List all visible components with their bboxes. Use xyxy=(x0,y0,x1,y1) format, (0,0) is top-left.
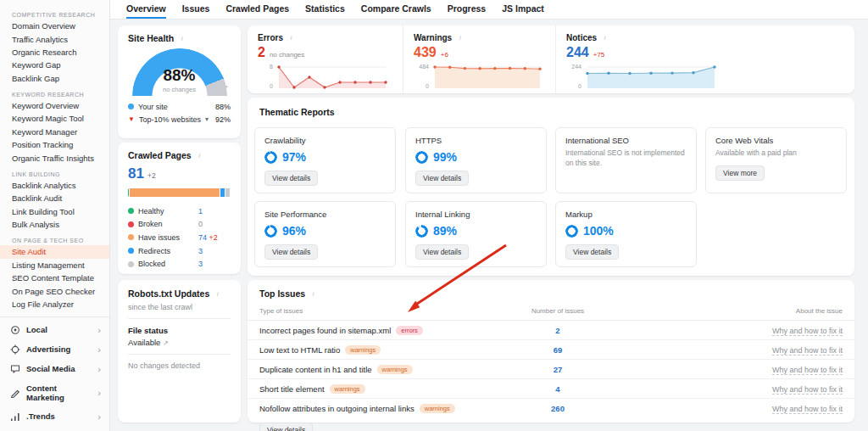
sidebar-item-advertising[interactable]: Advertising › xyxy=(0,339,109,359)
col-type-of-issues: Type of issues xyxy=(259,307,490,315)
why-fix-link[interactable]: Why and how to fix it xyxy=(772,385,843,395)
site-health-card: Site Health i 88% no changes Your site 8… xyxy=(118,25,241,138)
sidebar-item-position-tracking[interactable]: Position Tracking xyxy=(0,138,109,151)
info-icon[interactable]: i xyxy=(178,35,186,42)
chevron-right-icon: › xyxy=(97,364,101,374)
healthy-label: Healthy xyxy=(138,207,164,216)
errors-value: 2 xyxy=(258,45,265,60)
sidebar-item-local[interactable]: Local › xyxy=(0,320,109,339)
sidebar-item-organic-traffic-insights[interactable]: Organic Traffic Insights xyxy=(0,151,109,164)
crawled-pages-title: Crawled Pages xyxy=(128,150,192,160)
have-issues-dot-icon xyxy=(128,234,134,240)
tab-issues[interactable]: Issues xyxy=(182,0,210,19)
chevron-right-icon: › xyxy=(97,388,101,398)
blocked-label: Blocked xyxy=(138,260,165,268)
top-issues-view-details-button[interactable]: View details xyxy=(259,423,313,431)
site-health-gauge: 88% no changes xyxy=(132,48,227,97)
issue-count-link[interactable]: 69 xyxy=(490,345,626,355)
issue-count-link[interactable]: 260 xyxy=(490,404,626,413)
errors-badge: errors xyxy=(396,326,423,335)
sidebar-item-content-marketing[interactable]: Content Marketing › xyxy=(0,378,109,406)
international-seo-description: International SEO is not implemented on … xyxy=(565,148,687,169)
sidebar-item-label: Social Media xyxy=(26,364,75,373)
thematic-reports-title: Thematic Reports xyxy=(259,107,335,117)
notices-axis: 2440 xyxy=(566,64,581,89)
redirects-dot-icon xyxy=(128,248,134,254)
issue-count-link[interactable]: 27 xyxy=(490,365,626,374)
site-performance-percent: 96% xyxy=(282,224,306,238)
internal-linking-view-details-button[interactable]: View details xyxy=(415,244,469,260)
issue-row-low-text-ratio: Low text to HTML ratio warnings 69 Why a… xyxy=(248,340,854,360)
broken-value: 0 xyxy=(198,220,231,228)
sidebar-item-keyword-gap[interactable]: Keyword Gap xyxy=(0,59,109,71)
sidebar-item-on-page-seo-checker[interactable]: On Page SEO Checker xyxy=(0,284,109,297)
sidebar-item-organic-research[interactable]: Organic Research xyxy=(0,46,109,59)
why-fix-link[interactable]: Why and how to fix it xyxy=(772,366,843,375)
sidebar-item-seo-content-template[interactable]: SEO Content Template xyxy=(0,271,109,284)
notices-value: 244 xyxy=(566,45,589,60)
sidebar-item-log-file-analyzer[interactable]: Log File Analyzer xyxy=(0,298,109,311)
issue-label: Low text to HTML ratio xyxy=(259,345,340,355)
tab-statistics[interactable]: Statistics xyxy=(305,0,345,19)
tab-progress[interactable]: Progress xyxy=(448,0,487,19)
info-icon[interactable]: i xyxy=(214,290,221,298)
notices-title: Notices xyxy=(566,33,597,42)
notices-sparkline xyxy=(585,64,719,89)
sidebar-item-trends[interactable]: .Trends › xyxy=(0,406,109,426)
tab-crawled-pages[interactable]: Crawled Pages xyxy=(225,0,289,19)
sidebar-item-keyword-magic-tool[interactable]: Keyword Magic Tool xyxy=(0,112,109,125)
warnings-badge: warnings xyxy=(345,345,381,355)
tab-compare-crawls[interactable]: Compare Crawls xyxy=(361,0,431,19)
sidebar-item-bulk-analysis[interactable]: Bulk Analysis xyxy=(0,218,109,231)
https-percent: 99% xyxy=(433,150,457,164)
info-icon[interactable]: i xyxy=(601,34,609,42)
https-view-details-button[interactable]: View details xyxy=(415,171,469,186)
crawlability-view-details-button[interactable]: View details xyxy=(264,171,318,186)
divider xyxy=(128,318,231,319)
sidebar-item-link-building-tool[interactable]: Link Building Tool xyxy=(0,205,109,218)
legend-row-blocked: Blocked 3 xyxy=(118,257,241,271)
your-site-value: 88% xyxy=(215,103,231,111)
sidebar-item-traffic-analytics[interactable]: Traffic Analytics xyxy=(0,32,109,45)
sidebar-item-backlink-audit[interactable]: Backlink Audit xyxy=(0,192,109,204)
info-icon[interactable]: i xyxy=(287,34,295,42)
site-performance-view-details-button[interactable]: View details xyxy=(264,244,318,260)
sidebar-item-domain-overview[interactable]: Domain Overview xyxy=(0,20,109,32)
issue-count-link[interactable]: 4 xyxy=(490,384,626,394)
warnings-axis: 4840 xyxy=(414,64,429,89)
markup-view-details-button[interactable]: View details xyxy=(565,244,619,260)
sidebar-divider xyxy=(0,316,109,317)
chevron-down-icon: ▾ xyxy=(205,115,209,123)
site-health-benchmark-row[interactable]: ▼ Top-10% websites ▾ 92% xyxy=(118,113,241,126)
crawlability-donut-icon xyxy=(264,151,277,164)
sidebar-item-backlink-analytics[interactable]: Backlink Analytics xyxy=(0,179,109,192)
errors-title: Errors xyxy=(258,33,283,42)
legend-row-have-issues: Have issues 74 +2 xyxy=(118,231,241,244)
sidebar-item-listing-management[interactable]: Listing Management xyxy=(0,259,109,271)
tab-js-impact[interactable]: JS Impact xyxy=(502,0,544,19)
sidebar-item-label: Local xyxy=(26,325,47,334)
core-web-vitals-view-more-button[interactable]: View more xyxy=(715,165,765,181)
sidebar-section-link-building: LINK BUILDING xyxy=(12,171,97,177)
info-icon[interactable]: i xyxy=(196,152,203,160)
sidebar-item-keyword-overview[interactable]: Keyword Overview xyxy=(0,99,109,112)
redirects-label: Redirects xyxy=(138,247,170,255)
tab-overview[interactable]: Overview xyxy=(126,0,166,19)
triangle-down-icon: ▼ xyxy=(128,116,135,123)
sidebar-item-site-audit[interactable]: Site Audit xyxy=(0,245,109,258)
legend-row-redirects: Redirects 3 xyxy=(118,244,241,258)
info-icon[interactable]: i xyxy=(309,290,317,298)
sidebar-item-backlink-gap[interactable]: Backlink Gap xyxy=(0,72,109,85)
why-fix-link[interactable]: Why and how to fix it xyxy=(772,405,843,414)
file-status-value[interactable]: Available ↗ xyxy=(128,338,231,347)
errors-section: Errors i 2 no changes 80 xyxy=(248,25,403,93)
robots-title: Robots.txt Updates xyxy=(128,288,209,299)
why-fix-link[interactable]: Why and how to fix it xyxy=(772,327,843,336)
issue-count-link[interactable]: 2 xyxy=(490,326,626,335)
warnings-badge: warnings xyxy=(420,404,455,413)
have-issues-change: +2 xyxy=(209,233,218,242)
info-icon[interactable]: i xyxy=(456,34,464,42)
why-fix-link[interactable]: Why and how to fix it xyxy=(772,346,843,355)
sidebar-item-social-media[interactable]: Social Media › xyxy=(0,359,109,378)
sidebar-item-keyword-manager[interactable]: Keyword Manager xyxy=(0,126,109,138)
